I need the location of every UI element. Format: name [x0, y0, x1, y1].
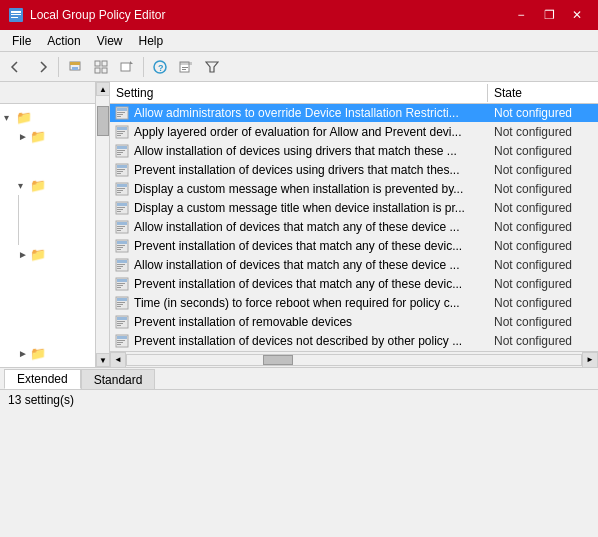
restore-button[interactable]: ❐: [536, 5, 562, 25]
cell-setting: Apply layered order of evaluation for Al…: [110, 125, 488, 139]
table-body[interactable]: Allow administrators to override Device …: [110, 104, 598, 351]
table-row[interactable]: Prevent installation of removable device…: [110, 313, 598, 332]
tree-scroll-track[interactable]: [96, 96, 109, 353]
cell-setting: Prevent installation of devices that mat…: [110, 277, 488, 291]
svg-rect-40: [117, 184, 127, 187]
back-button[interactable]: [4, 55, 28, 79]
tab-extended[interactable]: Extended: [4, 369, 81, 389]
svg-rect-37: [117, 171, 123, 172]
table-row[interactable]: Allow administrators to override Device …: [110, 104, 598, 123]
svg-rect-73: [117, 306, 121, 307]
cell-state: Not configured: [488, 277, 598, 291]
table-row[interactable]: Allow installation of devices using driv…: [110, 142, 598, 161]
title-bar: Local Group Policy Editor − ❐ ✕: [0, 0, 598, 30]
svg-rect-78: [117, 325, 121, 326]
tab-standard[interactable]: Standard: [81, 369, 156, 389]
properties-button[interactable]: [174, 55, 198, 79]
svg-rect-25: [117, 127, 127, 130]
cell-state: Not configured: [488, 296, 598, 310]
cell-setting-text: Apply layered order of evaluation for Al…: [134, 125, 462, 139]
h-scroll-left-btn[interactable]: ◄: [110, 352, 126, 368]
column-state: State: [488, 84, 598, 102]
svg-rect-9: [95, 68, 100, 73]
status-bar: 13 setting(s): [0, 389, 598, 409]
tabs-bar: Extended Standard: [0, 367, 598, 389]
svg-rect-28: [117, 135, 121, 136]
svg-rect-48: [117, 211, 121, 212]
cell-setting-text: Prevent installation of devices not desc…: [134, 334, 462, 348]
table-row[interactable]: Apply layered order of evaluation for Al…: [110, 123, 598, 142]
table-row[interactable]: Time (in seconds) to force reboot when r…: [110, 294, 598, 313]
tree-scroll-down[interactable]: ▼: [96, 353, 110, 367]
svg-rect-80: [117, 336, 127, 339]
cell-setting: Prevent installation of devices that mat…: [110, 239, 488, 253]
tree-arrow-5: ►: [18, 348, 30, 359]
help-button[interactable]: ?: [148, 55, 172, 79]
svg-rect-22: [117, 114, 123, 115]
svg-rect-16: [182, 67, 188, 68]
svg-rect-76: [117, 321, 125, 322]
menu-action[interactable]: Action: [39, 32, 88, 50]
tree-item-2[interactable]: ► 📁: [2, 127, 93, 146]
tree-scroll-up[interactable]: ▲: [96, 82, 110, 96]
policy-icon: [114, 277, 130, 291]
cell-state: Not configured: [488, 315, 598, 329]
table-row[interactable]: Display a custom message when installati…: [110, 180, 598, 199]
svg-rect-5: [70, 62, 80, 65]
table-row[interactable]: Prevent installation of devices not desc…: [110, 332, 598, 351]
window-title: Local Group Policy Editor: [30, 8, 165, 22]
up-button[interactable]: [63, 55, 87, 79]
close-button[interactable]: ✕: [564, 5, 590, 25]
h-scroll-track[interactable]: [126, 354, 582, 366]
svg-rect-1: [11, 11, 21, 13]
table-row[interactable]: Display a custom message title when devi…: [110, 199, 598, 218]
cell-setting: Display a custom message title when devi…: [110, 201, 488, 215]
svg-rect-43: [117, 192, 121, 193]
cell-setting-text: Allow installation of devices that match…: [134, 220, 460, 234]
table-row[interactable]: Allow installation of devices that match…: [110, 256, 598, 275]
cell-setting: Time (in seconds) to force reboot when r…: [110, 296, 488, 310]
cell-setting: Prevent installation of removable device…: [110, 315, 488, 329]
minimize-button[interactable]: −: [508, 5, 534, 25]
h-scroll-right-btn[interactable]: ►: [582, 352, 598, 368]
svg-rect-68: [117, 287, 121, 288]
policy-icon: [114, 239, 130, 253]
h-scroll-area: ◄ ►: [110, 351, 598, 367]
menu-help[interactable]: Help: [131, 32, 172, 50]
tree-item-5[interactable]: ► 📁: [2, 344, 93, 363]
svg-rect-6: [72, 67, 78, 70]
tree-item-1[interactable]: ▾ 📁: [2, 108, 93, 127]
window-controls: − ❐ ✕: [508, 5, 590, 25]
svg-text:?: ?: [158, 63, 164, 73]
menu-file[interactable]: File: [4, 32, 39, 50]
svg-rect-65: [117, 279, 127, 282]
table-row[interactable]: Prevent installation of devices using dr…: [110, 161, 598, 180]
right-pane: Setting State Allow administrators to ov…: [110, 82, 598, 367]
svg-rect-55: [117, 241, 127, 244]
table-row[interactable]: Prevent installation of devices that mat…: [110, 237, 598, 256]
svg-rect-46: [117, 207, 125, 208]
svg-rect-61: [117, 264, 125, 265]
tree-item-4[interactable]: ► 📁: [2, 245, 93, 264]
svg-rect-8: [102, 61, 107, 66]
svg-rect-45: [117, 203, 127, 206]
show-hide-button[interactable]: [89, 55, 113, 79]
export-button[interactable]: [115, 55, 139, 79]
table-row[interactable]: Allow installation of devices that match…: [110, 218, 598, 237]
menu-view[interactable]: View: [89, 32, 131, 50]
cell-setting: Display a custom message when installati…: [110, 182, 488, 196]
policy-icon: [114, 201, 130, 215]
forward-button[interactable]: [30, 55, 54, 79]
filter-button[interactable]: [200, 55, 224, 79]
folder-icon-1: 📁: [16, 110, 32, 125]
svg-rect-38: [117, 173, 121, 174]
svg-rect-31: [117, 150, 125, 151]
tree-item-3[interactable]: ▾ 📁: [2, 176, 93, 195]
cell-setting-text: Allow installation of devices using driv…: [134, 144, 457, 158]
table-row[interactable]: Prevent installation of devices that mat…: [110, 275, 598, 294]
svg-rect-82: [117, 342, 123, 343]
cell-setting-text: Prevent installation of devices that mat…: [134, 277, 462, 291]
cell-state: Not configured: [488, 201, 598, 215]
svg-rect-52: [117, 228, 123, 229]
cell-setting: Prevent installation of devices using dr…: [110, 163, 488, 177]
